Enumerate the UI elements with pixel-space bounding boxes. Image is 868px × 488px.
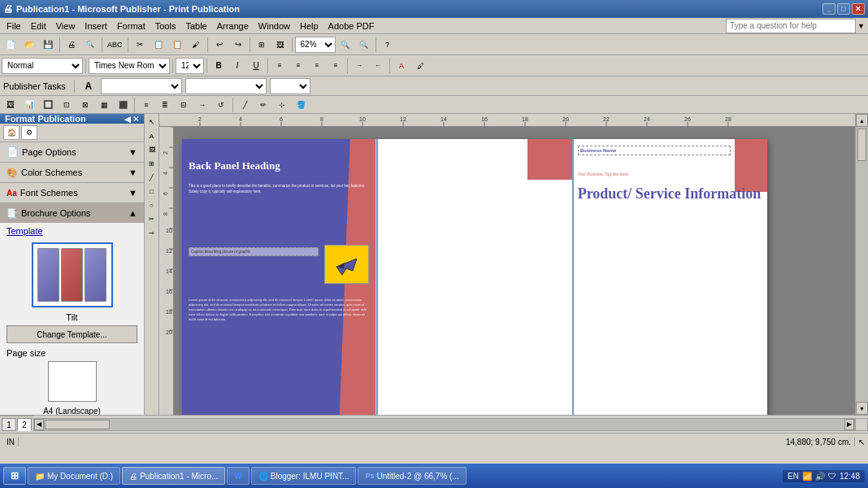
zoom-in-button[interactable]: 🔍	[336, 36, 354, 54]
text-tool[interactable]: A	[145, 129, 158, 142]
page-tab-1[interactable]: 1	[2, 418, 16, 431]
taskbar-item-1[interactable]: 🖨 Publication1 - Micro...	[122, 467, 225, 485]
scroll-thumb[interactable]	[857, 129, 866, 161]
panel-tab-2[interactable]: ⚙	[21, 125, 37, 140]
menu-file[interactable]: File	[2, 20, 26, 33]
save-button[interactable]: 💾	[39, 36, 57, 54]
extra-btn-1[interactable]: 🖼	[2, 96, 20, 114]
scroll-up-button[interactable]: ▲	[856, 114, 868, 127]
extra-btn-3[interactable]: 🔲	[39, 96, 57, 114]
rotate-btn[interactable]: ↺	[212, 96, 230, 114]
menu-table[interactable]: Table	[180, 20, 211, 33]
menu-adobe-pdf[interactable]: Adobe PDF	[323, 20, 380, 33]
panel-tab-1[interactable]: 🏠	[3, 125, 20, 140]
connect-tool[interactable]: ⊸	[145, 226, 158, 239]
extra-btn-5[interactable]: ⊠	[76, 96, 94, 114]
paste-button[interactable]: 📋	[168, 36, 186, 54]
picture-tool[interactable]: 🖼	[145, 143, 158, 156]
menu-arrange[interactable]: Arrange	[212, 20, 254, 33]
text-btn-2[interactable]: ≣	[156, 96, 174, 114]
open-button[interactable]: 📂	[20, 36, 38, 54]
pencil-btn[interactable]: ✏	[254, 96, 272, 114]
justify-button[interactable]: ≡	[327, 57, 345, 75]
italic-button[interactable]: I	[228, 57, 246, 75]
taskbar-item-2[interactable]: W	[227, 467, 249, 485]
template-label[interactable]: Template	[7, 226, 137, 236]
decrease-indent-button[interactable]: ←	[369, 57, 387, 75]
task-style-dropdown[interactable]	[101, 78, 182, 94]
align-right-button[interactable]: ≡	[308, 57, 326, 75]
font-color-button[interactable]: A	[393, 57, 410, 75]
select-btn[interactable]: ⊹	[273, 96, 291, 114]
extra-btn-6[interactable]: ▦	[95, 96, 113, 114]
task-size-dropdown[interactable]	[270, 78, 310, 94]
align-left-button[interactable]: ≡	[271, 57, 289, 75]
size-dropdown[interactable]: 12	[176, 58, 204, 74]
menu-help[interactable]: Help	[295, 20, 323, 33]
crop-tool[interactable]: ✂	[145, 212, 158, 225]
rect-tool[interactable]: □	[145, 185, 158, 198]
task-icon[interactable]: A	[80, 77, 98, 95]
help-arrow[interactable]: ▼	[856, 22, 866, 30]
menu-window[interactable]: Window	[254, 20, 295, 33]
style-dropdown[interactable]: Normal	[2, 58, 83, 74]
taskbar-item-0[interactable]: 📁 My Document (D:)	[28, 467, 120, 485]
extra-btn-4[interactable]: ⊡	[58, 96, 76, 114]
pointer-tool[interactable]: ↖	[145, 115, 158, 129]
insert-table-button[interactable]: ⊞	[253, 36, 271, 54]
line-tool[interactable]: ╱	[145, 171, 158, 184]
task-font-dropdown[interactable]	[185, 78, 267, 94]
help-input[interactable]	[726, 19, 856, 33]
extra-btn-2[interactable]: 📊	[20, 96, 38, 114]
text-btn-3[interactable]: ⊟	[175, 96, 193, 114]
h-scroll-thumb[interactable]	[45, 420, 110, 429]
zoom-out-button[interactable]: 🔍	[355, 36, 373, 54]
help-button[interactable]: ?	[379, 36, 397, 54]
increase-indent-button[interactable]: →	[350, 57, 368, 75]
menu-insert[interactable]: Insert	[80, 20, 112, 33]
text-btn-1[interactable]: ≡	[137, 96, 155, 114]
color-schemes-header[interactable]: 🎨 Color Schemes ▼	[0, 163, 144, 182]
menu-edit[interactable]: Edit	[26, 20, 51, 33]
page-options-header[interactable]: 📄 Page Options ▼	[0, 142, 144, 162]
extra-btn-7[interactable]: ⬛	[114, 96, 132, 114]
line-btn[interactable]: ╱	[236, 96, 254, 114]
minimize-button[interactable]: _	[822, 3, 835, 15]
scroll-right-button[interactable]: ▶	[844, 419, 854, 430]
font-schemes-header[interactable]: Aa Font Schemes ▼	[0, 183, 144, 203]
fill-btn[interactable]: 🪣	[292, 96, 310, 114]
page-tab-2[interactable]: 2	[17, 418, 32, 431]
maximize-button[interactable]: □	[837, 3, 850, 15]
scroll-down-button[interactable]: ▼	[856, 402, 868, 415]
menu-view[interactable]: View	[51, 20, 80, 33]
print-preview-button[interactable]: 🔍	[81, 36, 99, 54]
document-scroll-area[interactable]: Back Panel Heading This is a good place …	[174, 127, 855, 415]
print-button[interactable]: 🖨	[63, 36, 80, 54]
table-tool[interactable]: ⊞	[145, 157, 158, 170]
font-dropdown[interactable]: Times New Roman	[89, 58, 170, 74]
arrow-btn[interactable]: →	[193, 96, 211, 114]
scroll-left-button[interactable]: ◀	[34, 419, 44, 430]
close-button[interactable]: ✕	[852, 3, 865, 15]
redo-button[interactable]: ↪	[229, 36, 247, 54]
format-painter-button[interactable]: 🖌	[187, 36, 205, 54]
taskbar-item-4[interactable]: Ps Untitled-2 @ 66,7% (...	[358, 467, 466, 485]
h-scroll-track[interactable]	[44, 419, 844, 430]
zoom-dropdown[interactable]: 62%	[295, 37, 336, 53]
change-template-button[interactable]: Change Template...	[7, 325, 137, 343]
menu-tools[interactable]: Tools	[150, 20, 181, 33]
panel-close-icon[interactable]: ✕	[132, 115, 139, 124]
undo-button[interactable]: ↩	[210, 36, 228, 54]
oval-tool[interactable]: ○	[145, 198, 158, 211]
spell-check-button[interactable]: ABC	[105, 36, 125, 54]
highlight-button[interactable]: 🖊	[411, 57, 429, 75]
scroll-track[interactable]	[856, 127, 868, 402]
underline-button[interactable]: U	[247, 57, 265, 75]
new-button[interactable]: 📄	[2, 36, 20, 54]
horizontal-scrollbar[interactable]: ◀ ▶	[33, 418, 855, 431]
start-button[interactable]: ⊞	[3, 467, 26, 485]
taskbar-item-3[interactable]: 🌐 Blogger: ILMU PINT...	[251, 467, 357, 485]
cut-button[interactable]: ✂	[131, 36, 149, 54]
bold-button[interactable]: B	[210, 57, 228, 75]
copy-button[interactable]: 📋	[150, 36, 167, 54]
